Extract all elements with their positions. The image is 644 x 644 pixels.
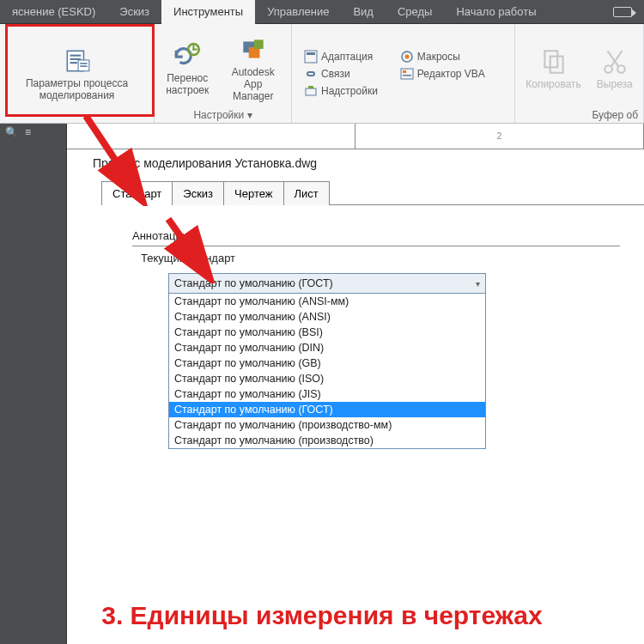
cut-label: Выреза [597,78,633,90]
camera-icon[interactable] [601,7,644,17]
vba-label: Редактор VBA [417,68,485,80]
model-parameters-label: Параметры процесса моделирования [10,77,143,101]
addins-label: Надстройки [321,85,378,97]
tab-standard[interactable]: Стандарт [101,181,173,205]
dialog-tabstrip: Стандарт Эскиз Чертеж Лист [101,180,644,205]
standard-option[interactable]: Стандарт по умолчанию (ANSI-мм) [169,294,485,309]
svg-rect-1 [70,54,81,56]
menu-icon[interactable]: ≡ [25,126,31,138]
standard-selected[interactable]: Стандарт по умолчанию (ГОСТ) ▾ [168,273,486,294]
standard-option[interactable]: Стандарт по умолчанию (производство-мм) [169,417,485,433]
svg-rect-5 [80,63,88,64]
ribbon-tab-manage[interactable]: Управление [255,0,341,24]
app-manager-label: Autodesk App Manager [225,66,281,102]
standard-selected-text: Стандарт по умолчанию (ГОСТ) [174,277,333,289]
customize-button[interactable]: Адаптация [301,48,381,65]
annotations-header: Аннотации [132,229,620,246]
svg-rect-6 [80,65,88,67]
search-icon[interactable]: 🔍 [5,126,18,138]
chevron-down-icon: ▾ [476,279,480,289]
side-panel: 🔍 ≡ [0,124,67,644]
macros-label: Макросы [417,51,460,63]
standard-option[interactable]: Стандарт по умолчанию (производство) [169,433,485,448]
tab-sheet[interactable]: Лист [283,181,330,205]
ribbon-tab-sketch[interactable]: Эскиз [107,0,161,24]
standard-option[interactable]: Стандарт по умолчанию (ANSI) [169,309,485,325]
links-button[interactable]: Связи [301,65,381,82]
standard-option[interactable]: Стандарт по умолчанию (ГОСТ) [169,402,485,417]
vba-editor-button[interactable]: Редактор VBA [397,65,489,82]
svg-rect-3 [70,62,77,64]
ribbon-body: Параметры процесса моделирования Перенос… [0,24,644,124]
standard-option[interactable]: Стандарт по умолчанию (BSI) [169,325,485,340]
title-block-col2: 2 [355,124,644,149]
standard-dropdown-list: Стандарт по умолчанию (ANSI-мм) Стандарт… [168,294,486,449]
model-parameters-button[interactable]: Параметры процесса моделирования [5,43,149,105]
standard-option[interactable]: Стандарт по умолчанию (JIS) [169,386,485,402]
tab-drawing[interactable]: Чертеж [223,181,283,205]
current-standard-label: Текущий стандарт [141,252,620,264]
standard-combobox[interactable]: Стандарт по умолчанию (ГОСТ) ▾ Стандарт … [168,273,486,449]
svg-rect-20 [403,70,406,73]
tab-sketch[interactable]: Эскиз [172,181,224,205]
svg-rect-16 [308,86,313,88]
standard-option[interactable]: Стандарт по умолчанию (ISO) [169,371,485,386]
dialog-title: Процесс моделирования Установка.dwg [81,149,644,180]
svg-rect-9 [193,48,197,50]
svg-rect-12 [254,39,264,49]
links-label: Связи [321,68,350,80]
svg-point-24 [605,65,612,73]
workspace: 2 Процесс моделирования Установка.dwg Ст… [67,124,644,644]
ribbon-tab-tools[interactable]: Инструменты [161,0,255,24]
addins-button[interactable]: Надстройки [301,82,381,100]
svg-rect-14 [307,52,315,55]
copy-button: Копировать [520,44,586,94]
standard-option[interactable]: Стандарт по умолчанию (GB) [169,355,485,371]
svg-point-25 [617,65,625,73]
svg-rect-21 [403,75,411,76]
macros-button[interactable]: Макросы [397,48,489,65]
svg-rect-15 [306,88,316,95]
copy-label: Копировать [526,78,581,90]
standard-option[interactable]: Стандарт по умолчанию (DIN) [169,340,485,355]
ribbon-tabstrip: яснение (ESKD) Эскиз Инструменты Управле… [0,0,644,24]
settings-panel-label[interactable]: Настройки ▾ [193,109,252,121]
app-manager-button[interactable]: Autodesk App Manager [220,32,286,106]
cut-button: Выреза [592,44,638,94]
title-block-strip: 2 [67,124,644,149]
transfer-settings-label: Перенос настроек [165,72,210,96]
svg-point-18 [404,54,409,58]
ribbon-tab-env[interactable]: Среды [386,0,445,24]
ribbon-tab-start[interactable]: Начало работы [444,0,548,24]
customize-label: Адаптация [321,51,373,63]
caption-text: 3. Единицы измерения в чертежах [0,601,644,630]
transfer-settings-button[interactable]: Перенос настроек [160,32,215,106]
svg-rect-19 [401,69,413,79]
ribbon-tab-eskd[interactable]: яснение (ESKD) [0,0,107,24]
ribbon-tab-view[interactable]: Вид [341,0,386,24]
modeling-process-dialog: Процесс моделирования Установка.dwg Стан… [81,149,644,644]
clipboard-panel-label: Буфер об [592,109,638,121]
